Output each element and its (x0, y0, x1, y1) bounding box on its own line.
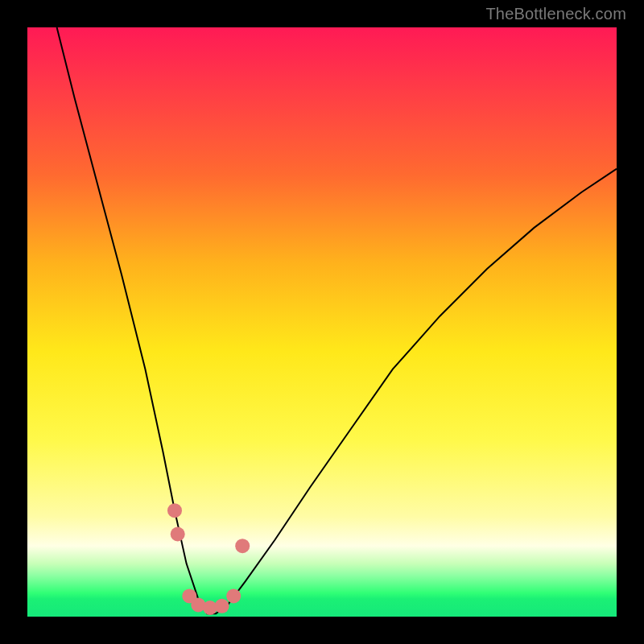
marker-layer (167, 503, 250, 615)
point-a (167, 503, 182, 518)
point-f (215, 599, 229, 613)
chart-svg (27, 27, 617, 617)
point-h (235, 539, 250, 553)
chart-frame: TheBottleneck.com (0, 0, 644, 644)
plot-area (27, 27, 617, 617)
watermark-text: TheBottleneck.com (485, 5, 626, 23)
bottleneck-curve (57, 27, 617, 613)
point-b (171, 527, 185, 542)
point-g (226, 588, 241, 603)
